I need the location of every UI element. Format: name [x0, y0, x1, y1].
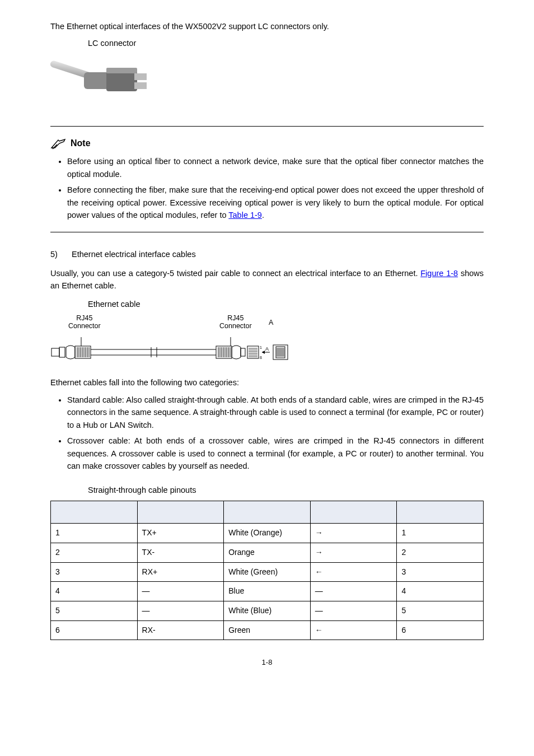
svg-text:8: 8	[260, 356, 262, 360]
table-title: Straight-through cable pinouts	[88, 484, 484, 496]
table-header-row	[51, 501, 484, 524]
rj45-label-left: RJ45Connector	[68, 315, 101, 330]
table-cell: Green	[224, 620, 311, 640]
table-1-9-link[interactable]: Table 1-9	[228, 211, 262, 220]
svg-rect-1	[84, 72, 109, 89]
table-row: 5—White (Blue)—5	[51, 601, 484, 620]
table-row: 6RX-Green←6	[51, 620, 484, 640]
note-header: Note	[50, 137, 484, 151]
svg-rect-4	[134, 73, 147, 80]
svg-marker-44	[262, 351, 265, 354]
svg-rect-9	[59, 347, 65, 357]
lc-connector-image	[50, 55, 151, 111]
table-cell: —	[137, 582, 224, 601]
note-icon	[50, 138, 67, 150]
note-item-1: Before using an optical fiber to connect…	[67, 155, 484, 180]
cable-type-list: Standard cable: Also called straight-thr…	[50, 394, 484, 473]
table-cell: 4	[397, 582, 484, 601]
lc-connector-figure	[50, 55, 484, 115]
table-cell: —	[310, 601, 397, 620]
table-cell: 2	[397, 543, 484, 562]
side-a-label: A	[269, 319, 273, 327]
note-2-after: .	[262, 211, 264, 220]
table-cell: —	[137, 601, 224, 620]
table-row: 1TX+White (Orange)→1	[51, 524, 484, 543]
svg-rect-8	[51, 348, 59, 356]
th-4	[310, 501, 397, 524]
divider-bottom	[50, 232, 484, 232]
table-cell: 4	[51, 582, 138, 601]
cable-type-standard: Standard cable: Also called straight-thr…	[67, 394, 484, 431]
table-cell: ←	[310, 620, 397, 640]
table-cell: White (Green)	[224, 562, 311, 582]
figure8-caption: Ethernet cable	[88, 298, 484, 310]
table-cell: White (Blue)	[224, 601, 311, 620]
table-cell: ←	[310, 562, 397, 582]
table-cell: 6	[51, 620, 138, 640]
divider-top	[50, 126, 484, 127]
table-cell: —	[310, 582, 397, 601]
table-row: 4—Blue—4	[51, 582, 484, 601]
table-cell: 6	[397, 620, 484, 640]
table-cell: 3	[51, 562, 138, 582]
intro-line: The Ethernet optical interfaces of the W…	[50, 20, 484, 32]
note-1-text: Before using an optical fiber to connect…	[67, 157, 484, 178]
svg-text:A: A	[265, 346, 269, 352]
table-cell: RX-	[137, 620, 224, 640]
th-2	[137, 501, 224, 524]
table-cell: 5	[397, 601, 484, 620]
table-cell: Blue	[224, 582, 311, 601]
th-1	[51, 501, 138, 524]
table-cell: TX+	[137, 524, 224, 543]
table-cell: 1	[51, 524, 138, 543]
table-row: 2TX-Orange→2	[51, 543, 484, 562]
table-cell: 5	[51, 601, 138, 620]
table-row: 3RX+White (Green)←3	[51, 562, 484, 582]
note-list: Before using an optical fiber to connect…	[50, 155, 484, 221]
note-item-2: Before connecting the fiber, make sure t…	[67, 184, 484, 221]
usually-before: Usually, you can use a category-5 twiste…	[50, 269, 420, 278]
table-cell: White (Orange)	[224, 524, 311, 543]
th-3	[224, 501, 311, 524]
step5-title: Ethernet electrical interface cables	[72, 250, 196, 259]
pinout-table: 1TX+White (Orange)→12TX-Orange→23RX+Whit…	[50, 501, 484, 640]
svg-rect-32	[241, 348, 245, 356]
table-cell: 2	[51, 543, 138, 562]
ethernet-cable-figure: RJ45Connector RJ45Connector A	[50, 315, 484, 365]
svg-rect-2	[106, 71, 137, 91]
svg-text:1: 1	[260, 346, 262, 349]
cable-type-crossover: Crossover cable: At both ends of a cross…	[67, 435, 484, 472]
table-cell: 3	[397, 562, 484, 582]
table-cell: →	[310, 524, 397, 543]
th-5	[397, 501, 484, 524]
svg-rect-5	[134, 82, 147, 89]
figure7-caption: LC connector	[88, 37, 484, 49]
step5-heading: 5) Ethernet electrical interface cables	[50, 248, 484, 260]
note-label: Note	[71, 137, 91, 151]
figure-1-8-link[interactable]: Figure 1-8	[420, 269, 458, 278]
table-cell: 1	[397, 524, 484, 543]
svg-rect-3	[106, 68, 137, 73]
table-cell: Orange	[224, 543, 311, 562]
rj45-label-right: RJ45Connector	[219, 315, 252, 330]
ethernet-cable-svg: 1 8 A	[50, 337, 291, 365]
step5-number: 5)	[50, 248, 69, 260]
table-cell: TX-	[137, 543, 224, 562]
note-2-before: Before connecting the fiber, make sure t…	[67, 185, 484, 220]
table-cell: RX+	[137, 562, 224, 582]
page-number: 1-8	[50, 657, 484, 668]
table-cell: →	[310, 543, 397, 562]
usually-paragraph: Usually, you can use a category-5 twiste…	[50, 267, 484, 292]
categories-intro: Ethernet cables fall into the following …	[50, 376, 484, 389]
